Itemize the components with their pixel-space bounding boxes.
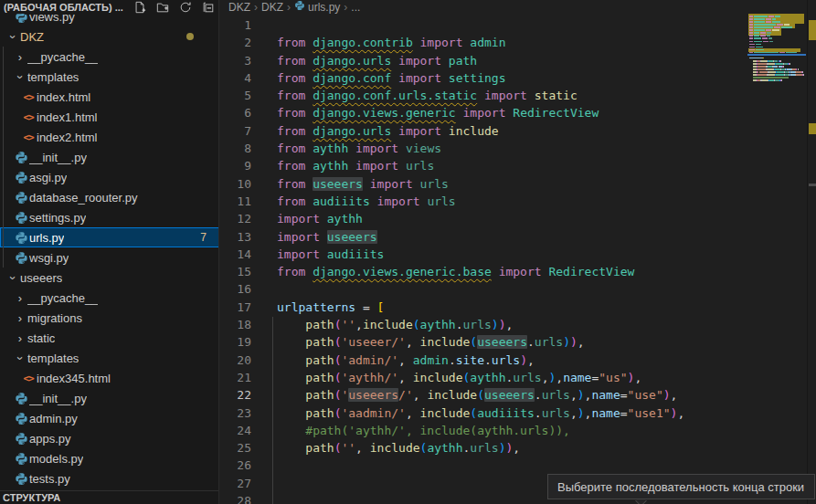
chevron-down-icon[interactable]: › xyxy=(6,270,20,285)
line-number[interactable]: 2 xyxy=(220,34,251,51)
code-line[interactable]: 3from django.urls import path xyxy=(220,52,805,69)
line-number[interactable]: 23 xyxy=(220,404,251,422)
minimap-code-line xyxy=(767,32,771,34)
code-line[interactable]: 12import aythh xyxy=(220,210,805,227)
line-number[interactable]: 4 xyxy=(220,69,251,87)
minimap-code-line xyxy=(761,60,768,62)
tree-item-index1.html[interactable]: <>index1.html xyxy=(0,107,219,127)
line-number[interactable]: 21 xyxy=(220,369,251,386)
line-number[interactable]: 5 xyxy=(220,87,251,104)
line-number[interactable]: 22 xyxy=(220,386,251,404)
new-folder-button[interactable] xyxy=(155,0,170,15)
tree-item-DKZ[interactable]: ›DKZ xyxy=(0,26,219,47)
refresh-icon[interactable] xyxy=(178,0,193,15)
code-line[interactable]: 18 path('',include(aythh.urls)), xyxy=(220,316,805,333)
tree-item-__pycache__[interactable]: ›__pycache__ xyxy=(0,47,219,67)
tree-item-settings.py[interactable]: settings.py xyxy=(0,207,219,227)
line-number[interactable]: 7 xyxy=(220,122,251,140)
tree-item-asgi.py[interactable]: asgi.py xyxy=(0,167,219,187)
new-file-button[interactable] xyxy=(132,0,147,15)
code-line[interactable]: 4from django.conf import settings xyxy=(220,69,805,87)
chevron-down-icon[interactable]: › xyxy=(6,29,20,44)
line-number[interactable]: 28 xyxy=(220,492,251,504)
line-number[interactable]: 20 xyxy=(220,352,251,369)
line-number[interactable]: 17 xyxy=(220,299,251,316)
line-number[interactable]: 16 xyxy=(220,280,251,298)
chevron-right-icon[interactable]: › xyxy=(13,291,27,305)
minimap[interactable] xyxy=(747,0,806,504)
tree-item-__pycache__[interactable]: ›__pycache__ xyxy=(0,288,219,308)
code-line[interactable]: 1 xyxy=(220,16,805,34)
line-number[interactable]: 11 xyxy=(220,193,251,210)
code-line[interactable]: 2from django.contrib import admin xyxy=(220,34,805,51)
line-number[interactable]: 26 xyxy=(220,457,251,474)
code-line[interactable]: 17urlpatterns = [ xyxy=(220,299,805,316)
tree-item-wsgi.py[interactable]: wsgi.py xyxy=(0,247,219,268)
line-number[interactable]: 10 xyxy=(220,175,251,193)
tree-item-urls.py[interactable]: urls.py7 xyxy=(0,227,219,247)
tree-item-index.html[interactable]: <>index.html xyxy=(0,87,219,107)
breadcrumb-item-folder[interactable]: DKZ xyxy=(228,1,250,14)
outline-section-header[interactable]: СТРУКТУРА xyxy=(0,490,219,504)
tree-item-apps.py[interactable]: apps.py xyxy=(0,428,219,448)
chevron-down-icon[interactable]: › xyxy=(14,69,27,84)
chevron-right-icon[interactable]: › xyxy=(13,50,27,64)
code-line[interactable]: 19 path('useeer/', include(useeers.urls)… xyxy=(220,333,805,351)
line-number[interactable]: 8 xyxy=(220,140,251,157)
code-line[interactable]: 16 xyxy=(220,280,805,298)
code-line[interactable]: 24 #path('aythh/', include(aythh.urls)), xyxy=(220,422,805,439)
code-line[interactable]: 14import audiiits xyxy=(220,246,805,263)
chevron-down-icon[interactable]: › xyxy=(14,351,27,365)
code-area[interactable]: 12from django.contrib import admin3from … xyxy=(220,16,805,504)
collapse-all-icon[interactable] xyxy=(201,0,216,15)
breadcrumb-item-file[interactable]: urls.py xyxy=(294,0,340,14)
line-number[interactable]: 13 xyxy=(220,228,251,246)
tree-item-static[interactable]: ›static xyxy=(0,328,219,348)
line-number[interactable]: 9 xyxy=(220,157,251,174)
code-line[interactable]: 9from aythh import urls xyxy=(220,157,805,174)
line-number[interactable]: 3 xyxy=(220,52,251,69)
line-number[interactable]: 19 xyxy=(220,333,251,351)
code-line[interactable]: 23 path('aadmin/', include(audiiits.urls… xyxy=(220,404,805,422)
line-number[interactable]: 14 xyxy=(220,246,251,263)
tree-item-models.py[interactable]: models.py xyxy=(0,448,219,468)
tree-item-index2.html[interactable]: <>index2.html xyxy=(0,127,219,147)
tree-item-__init__.py[interactable]: __init__.py xyxy=(0,147,219,167)
tree-item-tests.py[interactable]: tests.py xyxy=(0,468,219,488)
code-line[interactable]: 25 path('', include(aythh.urls)), xyxy=(220,439,805,457)
tree-item-templates[interactable]: ›templates xyxy=(0,67,219,87)
tree-item-templates[interactable]: ›templates xyxy=(0,348,219,368)
code-line[interactable]: 10from useeers import urls xyxy=(220,175,805,193)
line-number[interactable]: 12 xyxy=(220,210,251,227)
tree-item-useeers[interactable]: ›useeers xyxy=(0,268,219,288)
code-line[interactable]: 11from audiiits import urls xyxy=(220,193,805,210)
breadcrumb-item-symbol[interactable]: ... xyxy=(351,1,360,14)
code-line[interactable]: 26 xyxy=(220,457,805,474)
code-line[interactable]: 20 path('admin/', admin.site.urls), xyxy=(220,352,805,369)
tree-item-migrations[interactable]: ›migrations xyxy=(0,308,219,328)
line-number[interactable]: 24 xyxy=(220,422,251,439)
breadcrumb-item-folder[interactable]: DKZ xyxy=(261,1,283,14)
line-number[interactable]: 25 xyxy=(220,439,251,457)
code-line[interactable]: 6from django.views.generic import Redire… xyxy=(220,104,805,121)
code-line[interactable]: 13import useeers xyxy=(220,228,805,246)
line-number[interactable]: 27 xyxy=(220,475,251,492)
line-number[interactable]: 1 xyxy=(220,16,251,34)
code-line[interactable]: 15from django.views.generic.base import … xyxy=(220,263,805,280)
tree-item-admin.py[interactable]: admin.py xyxy=(0,408,219,428)
code-line[interactable]: 22 path('useeers/', include(useeers.urls… xyxy=(220,386,805,404)
line-number[interactable]: 15 xyxy=(220,263,251,280)
tree-item-__init__.py[interactable]: __init__.py xyxy=(0,388,219,408)
code-line[interactable]: 7from django.urls import include xyxy=(220,122,805,140)
overview-ruler[interactable] xyxy=(807,0,816,504)
tree-item-database_roouter.py[interactable]: database_roouter.py xyxy=(0,187,219,207)
tree-item-index345.html[interactable]: <>index345.html xyxy=(0,368,219,388)
minimap-code-line xyxy=(768,68,774,70)
line-number[interactable]: 6 xyxy=(220,104,251,121)
chevron-right-icon[interactable]: › xyxy=(13,311,27,325)
line-number[interactable]: 18 xyxy=(220,316,251,333)
code-line[interactable]: 8from aythh import views xyxy=(220,140,805,157)
chevron-right-icon[interactable]: › xyxy=(13,331,27,345)
code-line[interactable]: 5from django.conf.urls.static import sta… xyxy=(220,87,805,104)
code-line[interactable]: 21 path('aythh/', include(aythh.urls,),n… xyxy=(220,369,805,386)
